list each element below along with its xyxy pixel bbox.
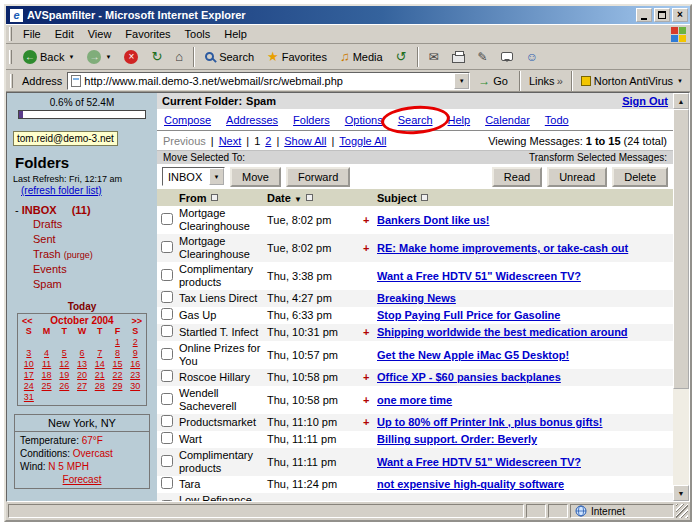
message-subject-link[interactable]: Bankers Dont like us! xyxy=(377,214,489,226)
calendar-day[interactable]: 29 xyxy=(109,381,127,392)
calendar-day[interactable]: 1 xyxy=(109,337,127,348)
folder-link[interactable]: Spam xyxy=(33,278,62,290)
nav-link[interactable]: Options xyxy=(345,114,383,126)
menu-item[interactable]: Favorites xyxy=(118,26,177,42)
calendar-day[interactable] xyxy=(38,337,56,348)
message-checkbox[interactable] xyxy=(161,269,173,281)
next-link[interactable]: Next xyxy=(219,135,242,147)
calendar-day[interactable]: 30 xyxy=(126,381,144,392)
message-checkbox[interactable] xyxy=(161,393,173,405)
nav-link[interactable]: Search xyxy=(398,114,433,126)
calendar-day[interactable]: 15 xyxy=(109,359,127,370)
calendar-day[interactable]: 24 xyxy=(20,381,38,392)
column-option-icon[interactable] xyxy=(421,194,428,201)
message-subject-link[interactable]: Up to 80% off Printer Ink , plus bonus g… xyxy=(377,416,603,428)
move-button[interactable]: Move xyxy=(230,167,281,187)
toolbar-grip[interactable] xyxy=(10,74,13,88)
stop-button[interactable]: × xyxy=(118,46,144,68)
calendar-day[interactable]: 6 xyxy=(73,348,91,359)
message-subject-link[interactable]: one more time xyxy=(377,394,452,406)
calendar-day[interactable] xyxy=(73,337,91,348)
menu-item[interactable]: Edit xyxy=(48,26,81,42)
history-button[interactable]: ↺ xyxy=(390,46,413,68)
nav-link[interactable]: Compose xyxy=(164,114,211,126)
scroll-down-button[interactable]: ▼ xyxy=(673,485,689,501)
calendar-day[interactable]: 7 xyxy=(91,348,109,359)
message-subject-link[interactable]: Want a Free HDTV 51" Widescreen TV? xyxy=(377,270,581,282)
norton-antivirus-button[interactable]: Norton AntiVirus ▼ xyxy=(581,75,687,87)
calendar-day[interactable]: 31 xyxy=(20,392,38,403)
calendar-day[interactable]: 25 xyxy=(38,381,56,392)
close-button[interactable]: × xyxy=(672,8,688,22)
messenger-button[interactable]: ☺ xyxy=(520,46,544,68)
menu-item[interactable]: View xyxy=(81,26,119,42)
message-subject-link[interactable]: Shipping worldwide the best medication a… xyxy=(377,326,628,338)
refresh-folder-list-link[interactable]: (refresh folder list) xyxy=(21,185,102,196)
toolbar-grip[interactable] xyxy=(9,50,12,64)
address-dropdown-button[interactable]: ▼ xyxy=(454,73,469,89)
print-button[interactable] xyxy=(446,46,471,68)
search-button[interactable]: Search xyxy=(199,46,260,68)
sort-desc-icon[interactable]: ▼ xyxy=(294,195,302,204)
column-option-icon[interactable] xyxy=(306,194,313,201)
address-url[interactable]: http://www.mail.demo-3.net/webmail/src/w… xyxy=(84,75,451,87)
message-subject-link[interactable]: RE: Make home improvements, or take-cash… xyxy=(377,242,628,254)
nav-link[interactable]: Calendar xyxy=(485,114,530,126)
home-button[interactable]: ⌂ xyxy=(169,46,189,68)
forward-dropdown-icon[interactable]: ▼ xyxy=(105,54,111,60)
calendar-day[interactable]: 20 xyxy=(73,370,91,381)
sign-out-link[interactable]: Sign Out xyxy=(622,95,668,107)
inbox-collapse-toggle[interactable]: - xyxy=(15,204,19,216)
folder-link[interactable]: Trash xyxy=(33,248,61,260)
refresh-button[interactable]: ↻ xyxy=(145,46,168,68)
forecast-link[interactable]: Forecast xyxy=(63,474,102,485)
calendar-day[interactable]: 13 xyxy=(73,359,91,370)
calendar-day[interactable]: 11 xyxy=(38,359,56,370)
go-button[interactable]: → Go xyxy=(475,73,511,89)
vertical-scrollbar[interactable]: ▲ ▼ xyxy=(673,93,689,501)
calendar-prev-link[interactable]: << xyxy=(22,316,33,326)
nav-link[interactable]: Todo xyxy=(545,114,569,126)
message-checkbox[interactable] xyxy=(161,455,173,467)
move-to-select[interactable]: INBOX ▼ xyxy=(162,167,225,186)
calendar-day[interactable]: 12 xyxy=(55,359,73,370)
calendar-day[interactable]: 8 xyxy=(109,348,127,359)
calendar-day[interactable]: 5 xyxy=(55,348,73,359)
media-button[interactable]: ♫ Media xyxy=(334,46,389,68)
purge-link[interactable]: (purge) xyxy=(64,250,93,260)
delete-button[interactable]: Delete xyxy=(612,167,668,187)
calendar-day[interactable]: 16 xyxy=(126,359,144,370)
calendar-day[interactable] xyxy=(20,337,38,348)
discuss-button[interactable] xyxy=(495,46,519,68)
calendar-next-link[interactable]: >> xyxy=(131,316,142,326)
message-subject-link[interactable]: Amortization Statement xyxy=(377,501,500,502)
forward-button-mail[interactable]: Forward xyxy=(286,167,350,187)
back-dropdown-icon[interactable]: ▼ xyxy=(68,54,74,60)
calendar-day[interactable]: 19 xyxy=(55,370,73,381)
toolbar-grip[interactable] xyxy=(9,27,12,41)
calendar-day[interactable]: 23 xyxy=(126,370,144,381)
calendar-day[interactable]: 14 xyxy=(91,359,109,370)
edit-button[interactable]: ✎ xyxy=(472,46,494,68)
toggle-all-link[interactable]: Toggle All xyxy=(339,135,386,147)
calendar-day[interactable]: 26 xyxy=(55,381,73,392)
message-subject-link[interactable]: not expensive high-quality software xyxy=(377,478,564,490)
message-checkbox[interactable] xyxy=(161,500,173,502)
scroll-thumb[interactable] xyxy=(673,109,689,389)
message-subject-link[interactable]: Want a Free HDTV 51" Widescreen TV? xyxy=(377,456,581,468)
unread-button[interactable]: Unread xyxy=(547,167,607,187)
calendar-today-link[interactable]: Today xyxy=(68,301,97,312)
nav-link[interactable]: Folders xyxy=(293,114,330,126)
menu-item[interactable]: Tools xyxy=(178,26,218,42)
calendar-day[interactable]: 3 xyxy=(20,348,38,359)
calendar-day[interactable]: 9 xyxy=(126,348,144,359)
message-subject-link[interactable]: Get the New Apple iMac G5 Desktop! xyxy=(377,349,569,361)
folder-link[interactable]: Sent xyxy=(33,233,56,245)
message-checkbox[interactable] xyxy=(161,213,173,225)
maximize-button[interactable] xyxy=(654,8,670,22)
message-subject-link[interactable]: Breaking News xyxy=(377,292,456,304)
folder-link[interactable]: Events xyxy=(33,263,67,275)
message-checkbox[interactable] xyxy=(161,291,173,303)
calendar-day[interactable]: 28 xyxy=(91,381,109,392)
calendar-day[interactable]: 22 xyxy=(109,370,127,381)
